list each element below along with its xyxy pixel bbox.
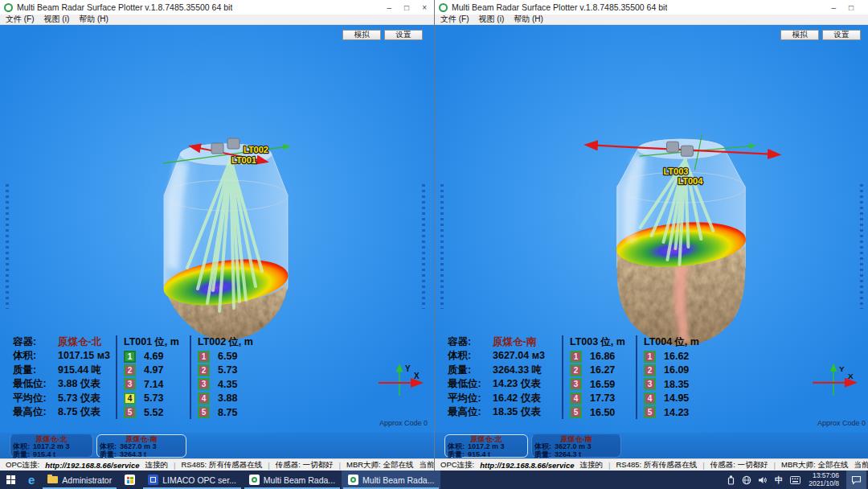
beam-row: 55.52 (124, 405, 183, 419)
ime-indicator[interactable]: 中 (772, 471, 785, 489)
taskbar-limaco-opc[interactable]: LIMACO OPC ser... (141, 471, 243, 489)
beam-index-badge: 3 (570, 378, 582, 390)
axis-x-label: X (848, 372, 854, 380)
container-value: 原煤仓-北 (58, 335, 110, 349)
silo-tab-south[interactable]: 原煤仓-南 体积:3627.0 m 3 质量:3264.3 t (531, 434, 621, 458)
volume-label: 体积: (448, 349, 493, 363)
app-window-south: Multi Beam Radar Surface Plotter v.1.8.7… (434, 0, 868, 471)
opc-label: OPC连接: (6, 460, 39, 471)
sensor-column-lt004: LT004位, m 116.62 216.09 318.35 414.95 51… (636, 335, 703, 419)
keyboard-icon[interactable] (788, 471, 801, 489)
multibeam-icon (348, 475, 358, 485)
beam-distance: 5.73 (218, 364, 237, 376)
container-fields: 容器:原煤仓-南 体积:3627.04 м3 质量:3264.33 吨 最低位:… (448, 335, 555, 419)
mass-value: 915.44 吨 (58, 364, 110, 377)
tab-mass-label: 质量: (448, 451, 465, 459)
beam-index-badge: 1 (198, 351, 210, 363)
simulate-button[interactable]: 模拟 (342, 30, 381, 40)
beam-index-badge: 5 (124, 406, 136, 418)
taskbar-label: LIMACO OPC ser... (162, 475, 236, 485)
separator: | (268, 461, 269, 470)
sensor-label-lt003: LT003 (663, 166, 688, 176)
beam-distance: 4.35 (218, 379, 237, 390)
opc-url: http://192.168.8.66/service (480, 461, 574, 470)
taskbar-administrator[interactable]: Administrator (41, 471, 118, 489)
sensor-name: LT003 (570, 336, 598, 347)
menu-help[interactable]: 帮助 (H) (514, 14, 543, 25)
status-bar: OPC连接: http://192.168.8.66/service 连接的 |… (435, 458, 868, 471)
viewport-3d[interactable]: 模拟 设置 (435, 25, 868, 458)
beam-index-badge: 4 (570, 392, 582, 405)
beam-distance: 16.50 (590, 407, 615, 418)
beam-distance: 4.69 (144, 351, 163, 362)
close-button[interactable]: × (422, 3, 427, 12)
action-center-button[interactable] (846, 471, 866, 489)
sensor-unit: 位, m (674, 336, 699, 347)
viewport-3d[interactable]: 模拟 设置 (0, 25, 434, 458)
taskbar-clock[interactable]: 13:57:06 2021/10/8 (805, 472, 843, 487)
title-bar[interactable]: Multi Beam Radar Surface Plotter v.1.8.7… (0, 0, 434, 14)
menu-view[interactable]: 视图 (i) (44, 14, 70, 25)
speaker-icon[interactable] (756, 471, 769, 489)
maximize-button[interactable]: □ (849, 3, 854, 12)
beam-index-badge: 1 (644, 351, 656, 363)
beam-index-badge: 4 (198, 392, 210, 405)
tab-mass-value: 3264.3 t (120, 451, 146, 459)
beam-index-badge: 2 (124, 364, 136, 376)
sensor-unit: 位, m (228, 336, 253, 347)
separator: | (174, 461, 175, 470)
menu-file[interactable]: 文件 (F) (440, 14, 469, 25)
beam-distance: 3.88 (218, 392, 237, 404)
silo-tabs-band: 原煤仓-北 体积:1017.2 m 3 质量:915.4 t 原煤仓-南 体积:… (435, 433, 868, 458)
network-icon[interactable] (740, 471, 753, 489)
minimize-button[interactable]: – (387, 3, 392, 12)
opc-url: http://192.168.8.66/service (45, 461, 139, 470)
opc-state: 连接的 (579, 460, 603, 471)
app-logo-icon (439, 3, 448, 12)
title-bar[interactable]: Multi Beam Radar Surface Plotter v.1.8.7… (435, 0, 868, 14)
multibeam-icon (249, 475, 260, 485)
mbr-status: MBR大师: 全部在线 (346, 460, 413, 471)
beam-row: 37.14 (124, 377, 183, 391)
min-level-value: 14.23 仪表 (493, 377, 555, 391)
sensor-name: LT002 (198, 336, 226, 347)
taskbar-edge[interactable]: e (22, 471, 41, 489)
volume-value: 3627.04 м3 (493, 349, 555, 363)
container-value: 原煤仓-南 (493, 335, 555, 349)
menu-view[interactable]: 视图 (i) (479, 14, 505, 25)
max-level-label: 最高位: (448, 405, 493, 419)
start-button[interactable] (0, 471, 22, 489)
minimize-button[interactable]: – (831, 3, 836, 12)
rs485-status: RS485: 所有传感器在线 (181, 460, 262, 471)
taskbar-multibeam-1[interactable]: Multi Beam Rada... (243, 471, 342, 489)
beam-row: 16.59 (198, 349, 257, 363)
taskbar-store[interactable] (118, 471, 141, 489)
volume-label: 体积: (13, 349, 58, 363)
maximize-button[interactable]: □ (404, 3, 409, 12)
avg-level-value: 5.73 仪表 (58, 392, 110, 405)
usb-device-icon[interactable] (724, 471, 737, 489)
settings-button[interactable]: 设置 (822, 30, 861, 40)
silo-tab-north[interactable]: 原煤仓-北 体积:1017.2 m 3 质量:915.4 t (10, 434, 93, 458)
sensor-unit: 位, m (154, 336, 179, 347)
settings-button[interactable]: 设置 (384, 30, 423, 40)
sensor-label-lt002: LT002 (244, 145, 268, 154)
beam-row: 24.97 (124, 364, 183, 377)
axis-indicator: Y X (379, 364, 420, 396)
beam-row: 216.09 (644, 364, 703, 377)
tab-mass-label: 质量: (534, 451, 551, 459)
beam-row: 516.50 (570, 405, 629, 419)
silo-tab-south[interactable]: 原煤仓-南 体积:3627.0 m 3 质量:3264.3 t (96, 434, 186, 458)
simulate-button[interactable]: 模拟 (780, 30, 819, 40)
beam-distance: 7.14 (144, 379, 163, 390)
sensor-unit: 位, m (600, 336, 625, 347)
silo-tab-north[interactable]: 原煤仓-北 体积:1017.2 m 3 质量:915.4 t (444, 434, 528, 458)
tab-mass-label: 质量: (13, 451, 30, 459)
beam-index-badge: 3 (124, 378, 136, 390)
sensor-label-lt001: LT001 (231, 155, 256, 165)
beam-distance: 16.86 (590, 351, 615, 362)
sensor-column-lt002: LT002位, m 16.59 25.73 34.35 43.88 58.75 (190, 335, 257, 419)
menu-file[interactable]: 文件 (F) (6, 14, 35, 25)
taskbar-multibeam-2[interactable]: Multi Beam Rada... (342, 471, 440, 489)
menu-help[interactable]: 帮助 (H) (79, 14, 108, 25)
